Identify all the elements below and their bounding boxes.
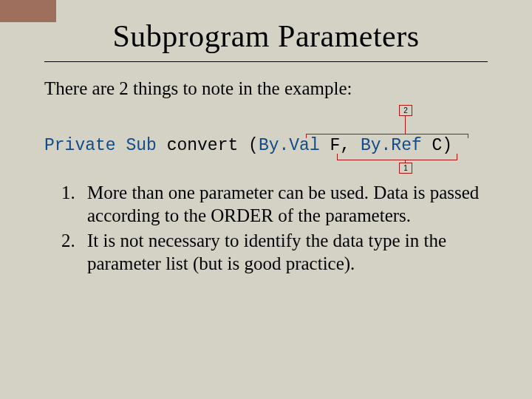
code-text: C) — [432, 136, 453, 155]
callout-box-2: 2 — [399, 105, 412, 116]
connector-line — [337, 154, 338, 160]
code-diagram: 2 Private Sub convert (By.Val F, By.Ref … — [44, 105, 488, 179]
callout-label: 1 — [403, 164, 408, 172]
list-item: It is not necessary to identify the data… — [80, 230, 488, 275]
code-text: convert ( — [167, 136, 259, 155]
title-rule — [44, 61, 488, 62]
code-keyword: Private Sub — [44, 136, 167, 155]
list-item-text: It is not necessary to identify the data… — [87, 231, 446, 273]
code-keyword: By.Ref — [361, 136, 432, 155]
intro-text: There are 2 things to note in the exampl… — [44, 78, 488, 99]
connector-line — [405, 116, 406, 134]
connector-line — [306, 134, 468, 134]
list-item: More than one parameter can be used. Dat… — [80, 182, 488, 227]
page-title: Subprogram Parameters — [44, 18, 488, 54]
callout-box-1: 1 — [399, 163, 412, 174]
code-keyword: By.Val — [259, 136, 330, 155]
connector-line — [468, 134, 468, 138]
callout-label: 2 — [403, 106, 408, 115]
connector-line — [457, 154, 457, 160]
code-text: F, — [330, 136, 361, 155]
connector-line — [337, 160, 457, 160]
list-item-text: More than one parameter can be used. Dat… — [87, 183, 479, 225]
code-line: Private Sub convert (By.Val F, By.Ref C) — [44, 136, 452, 155]
slide: Subprogram Parameters There are 2 things… — [0, 0, 532, 399]
numbered-list: More than one parameter can be used. Dat… — [44, 182, 488, 275]
